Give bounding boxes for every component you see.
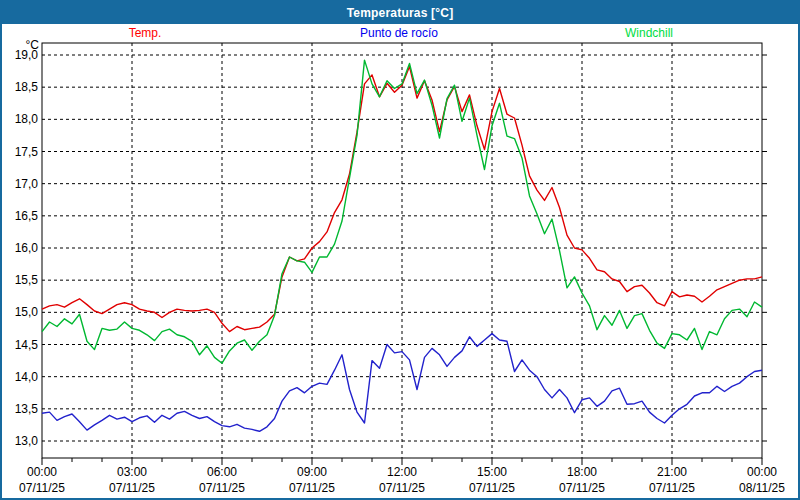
x-axis-time-label: 00:00 — [27, 465, 57, 479]
x-axis-time-label: 15:00 — [477, 465, 507, 479]
y-axis-tick-label: 14,0 — [15, 370, 39, 384]
x-axis-date-label: 07/11/25 — [199, 481, 245, 495]
y-axis-tick-label: 13,0 — [15, 434, 39, 448]
x-axis-date-label: 07/11/25 — [559, 481, 605, 495]
y-axis-tick-label: 14,5 — [15, 338, 39, 352]
x-axis-time-label: 12:00 — [387, 465, 417, 479]
y-axis-tick-label: 17,0 — [15, 177, 39, 191]
x-axis-time-label: 00:00 — [747, 465, 777, 479]
x-axis-date-label: 07/11/25 — [469, 481, 515, 495]
x-axis-date-label: 07/11/25 — [109, 481, 155, 495]
y-axis-tick-label: 16,5 — [15, 209, 39, 223]
x-axis-date-label: 07/11/25 — [289, 481, 335, 495]
x-axis-date-label: 08/11/25 — [739, 481, 785, 495]
x-axis-date-label: 07/11/25 — [379, 481, 425, 495]
app-window: Temperaturas [°C] 19,018,518,017,517,016… — [0, 0, 800, 500]
x-axis-time-label: 18:00 — [567, 465, 597, 479]
title-bar: Temperaturas [°C] — [2, 2, 798, 24]
temperature-chart: 19,018,518,017,517,016,516,015,515,014,5… — [2, 24, 798, 498]
x-axis-date-label: 07/11/25 — [649, 481, 695, 495]
y-axis-tick-label: 18,0 — [15, 112, 39, 126]
x-axis-date-label: 07/11/25 — [19, 481, 65, 495]
window-title: Temperaturas [°C] — [347, 6, 454, 20]
y-axis-tick-label: 13,5 — [15, 402, 39, 416]
y-axis-tick-label: 15,5 — [15, 273, 39, 287]
x-axis-time-label: 21:00 — [657, 465, 687, 479]
y-axis-tick-label: 18,5 — [15, 80, 39, 94]
y-axis-unit-label: °C — [26, 38, 40, 52]
x-axis-time-label: 03:00 — [117, 465, 147, 479]
y-axis-tick-label: 16,0 — [15, 241, 39, 255]
chart-area: 19,018,518,017,517,016,516,015,515,014,5… — [2, 24, 798, 498]
y-axis-tick-label: 15,0 — [15, 305, 39, 319]
x-axis-time-label: 09:00 — [297, 465, 327, 479]
x-axis-time-label: 06:00 — [207, 465, 237, 479]
y-axis-tick-label: 17,5 — [15, 145, 39, 159]
